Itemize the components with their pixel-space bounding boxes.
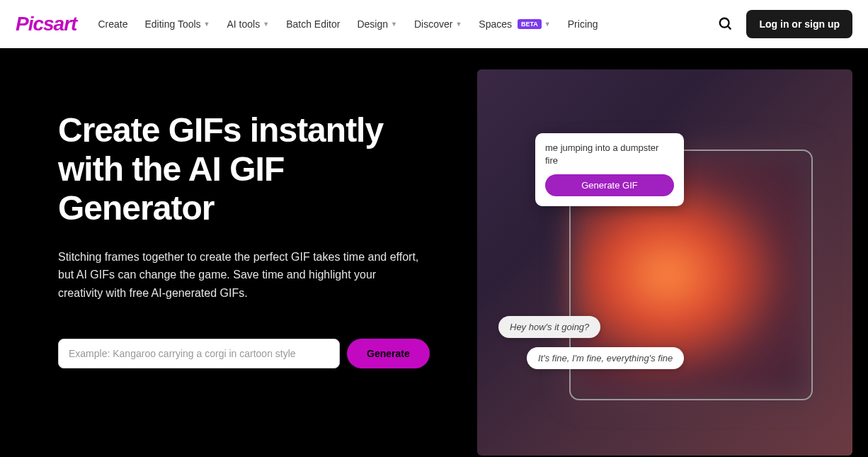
hero-section: Create GIFs instantly with the AI GIF Ge…	[0, 48, 868, 457]
chevron-down-icon: ▼	[263, 21, 269, 28]
nav-pricing[interactable]: Pricing	[568, 18, 598, 30]
chevron-down-icon: ▼	[204, 21, 210, 28]
header-left: Picsart Create Editing Tools▼ AI tools▼ …	[16, 13, 598, 35]
search-icon[interactable]	[718, 16, 733, 32]
header: Picsart Create Editing Tools▼ AI tools▼ …	[0, 0, 868, 48]
nav-editing-tools[interactable]: Editing Tools▼	[144, 18, 210, 30]
hero-content: Create GIFs instantly with the AI GIF Ge…	[58, 48, 440, 457]
chevron-down-icon: ▼	[455, 21, 462, 28]
hero-title: Create GIFs instantly with the AI GIF Ge…	[58, 111, 440, 228]
demo-prompt-card: me jumping into a dumpster fire Generate…	[535, 133, 684, 206]
demo-generate-gif-button[interactable]: Generate GIF	[545, 174, 674, 196]
login-button[interactable]: Log in or sign up	[746, 10, 852, 38]
hero-visual: me jumping into a dumpster fire Generate…	[477, 69, 852, 456]
nav-batch-editor[interactable]: Batch Editor	[286, 18, 340, 30]
header-right: Log in or sign up	[718, 10, 852, 38]
demo-prompt-text: me jumping into a dumpster fire	[545, 142, 674, 167]
prompt-row: Generate	[58, 339, 440, 368]
prompt-input[interactable]	[58, 339, 340, 368]
generate-button[interactable]: Generate	[347, 339, 430, 368]
nav-spaces[interactable]: SpacesBETA▼	[479, 18, 550, 30]
chat-bubble-1: Hey how's it going?	[498, 316, 600, 338]
chevron-down-icon: ▼	[391, 21, 397, 28]
main-nav: Create Editing Tools▼ AI tools▼ Batch Ed…	[98, 18, 598, 30]
nav-design[interactable]: Design▼	[357, 18, 397, 30]
chat-bubble-2: It's fine, I'm fine, everything's fine	[527, 347, 684, 369]
beta-badge: BETA	[518, 19, 542, 29]
hero-description: Stitching frames together to create the …	[58, 248, 419, 303]
nav-create[interactable]: Create	[98, 18, 127, 30]
svg-point-0	[720, 18, 729, 28]
nav-ai-tools[interactable]: AI tools▼	[227, 18, 270, 30]
nav-discover[interactable]: Discover▼	[414, 18, 462, 30]
chevron-down-icon: ▼	[544, 21, 551, 28]
logo[interactable]: Picsart	[16, 13, 76, 35]
svg-line-1	[728, 26, 731, 30]
